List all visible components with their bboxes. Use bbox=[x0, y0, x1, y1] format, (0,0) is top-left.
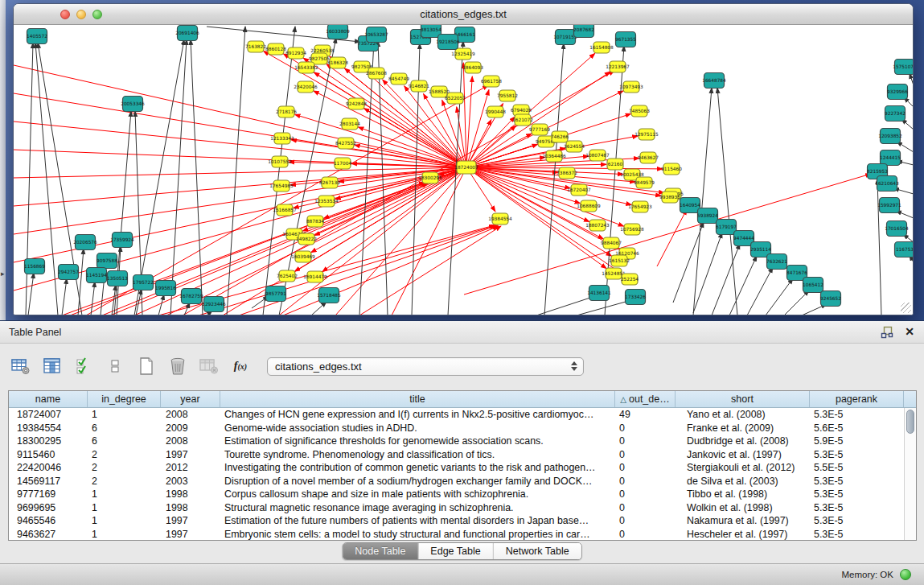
table-cell[interactable]: 1997 bbox=[161, 528, 220, 542]
graph-node-yellow[interactable]: 10807487 bbox=[585, 150, 610, 161]
graph-node-teal[interactable]: 2942757 bbox=[58, 265, 79, 280]
column-header-title[interactable]: title bbox=[220, 391, 615, 407]
graph-node-yellow[interactable]: 16720407 bbox=[567, 184, 591, 196]
table-cell[interactable]: 0 bbox=[615, 528, 676, 542]
graph-node-teal[interactable]: 7632621 bbox=[766, 254, 787, 270]
table-cell[interactable]: 5.3E-5 bbox=[810, 408, 904, 422]
table-cell[interactable]: Jankovic et al. (1997) bbox=[676, 448, 810, 462]
table-row[interactable]: 946362711997Embryonic stem cells: a mode… bbox=[9, 528, 916, 542]
graph-node-yellow[interactable]: 12213967 bbox=[606, 61, 630, 72]
graph-node-teal[interactable]: 16648784 bbox=[702, 73, 726, 89]
table-cell[interactable]: 5.9E-5 bbox=[810, 435, 904, 448]
graph-node-teal[interactable]: 20691406 bbox=[175, 26, 199, 41]
graph-node-teal[interactable]: 12923446 bbox=[202, 297, 226, 312]
table-cell[interactable]: 2008 bbox=[161, 435, 220, 448]
table-row[interactable]: 2242004622012Investigating the contribut… bbox=[9, 461, 916, 475]
graph-node-yellow[interactable]: 9849579 bbox=[634, 177, 655, 188]
graph-node-yellow[interactable]: 12975115 bbox=[634, 129, 659, 140]
column-header-in_degree[interactable]: in_degree bbox=[88, 391, 161, 407]
network-window-titlebar[interactable]: citations_edges.txt bbox=[14, 4, 913, 25]
graph-node-teal[interactable]: 15992971 bbox=[877, 198, 901, 213]
table-cell[interactable]: 2012 bbox=[161, 461, 220, 475]
graph-node-yellow[interactable]: 117004 bbox=[334, 158, 351, 169]
table-cell[interactable]: 2009 bbox=[161, 422, 220, 435]
graph-node-yellow[interactable]: 7485063 bbox=[629, 105, 650, 117]
table-cell[interactable]: 5.3E-5 bbox=[810, 475, 904, 488]
graph-node-yellow[interactable]: 8860128 bbox=[265, 43, 286, 55]
graph-node-yellow[interactable]: 9115460 bbox=[661, 163, 682, 175]
table-cell[interactable]: 1998 bbox=[161, 501, 220, 515]
graph-node-yellow[interactable]: 62160 bbox=[607, 159, 623, 170]
table-row[interactable]: 946554611997Estimation of the future num… bbox=[9, 514, 916, 528]
graph-node-yellow[interactable]: 9146821 bbox=[409, 80, 429, 92]
table-cell[interactable]: 19384554 bbox=[9, 422, 88, 435]
graph-node-yellow[interactable]: 7386372 bbox=[556, 167, 577, 179]
table-cell[interactable]: 0 bbox=[615, 422, 676, 435]
graph-node-teal[interactable]: 9097588 bbox=[97, 253, 117, 269]
graph-node-teal[interactable]: 2087682 bbox=[573, 25, 594, 38]
table-cell[interactable]: 5.3E-5 bbox=[810, 528, 904, 542]
table-cell[interactable]: 9115460 bbox=[9, 448, 88, 462]
graph-node-teal[interactable]: 1145194 bbox=[86, 268, 107, 283]
table-cell[interactable]: 0 bbox=[615, 461, 676, 475]
graph-node-yellow[interactable]: 8454749 bbox=[388, 73, 409, 84]
graph-node-yellow[interactable]: 9463627 bbox=[638, 152, 659, 163]
graph-node-teal[interactable]: 5938924 bbox=[697, 208, 718, 224]
table-cell[interactable]: 1 bbox=[88, 408, 161, 422]
graph-node-yellow[interactable]: 252254 bbox=[621, 274, 639, 285]
graph-node-yellow[interactable]: 8186328 bbox=[327, 57, 348, 68]
table-cell[interactable]: 0 bbox=[615, 514, 676, 528]
graph-node-yellow[interactable]: 2867608 bbox=[366, 68, 387, 79]
graph-node-teal[interactable]: 1733426 bbox=[625, 290, 646, 305]
graph-node-yellow[interactable]: 7163822 bbox=[245, 41, 266, 52]
table-cell[interactable]: de Silva et al. (2003) bbox=[676, 475, 810, 488]
table-cell[interactable]: Estimation of the future numbers of pati… bbox=[220, 514, 615, 528]
graph-node-yellow[interactable]: 1615132 bbox=[609, 255, 630, 266]
graph-node-teal[interactable]: 1995816 bbox=[155, 281, 176, 296]
table-cell[interactable]: 2003 bbox=[161, 475, 220, 488]
graph-node-yellow[interactable]: 9777169 bbox=[529, 124, 550, 135]
graph-node-teal[interactable]: 1156869 bbox=[24, 259, 45, 274]
table-cell[interactable]: Disruption of a novel member of a sodium… bbox=[220, 475, 615, 488]
table-cell[interactable]: Hescheler et al. (1997) bbox=[676, 528, 810, 542]
table-row[interactable]: 1830029562008Estimation of significance … bbox=[9, 435, 916, 448]
graph-node-yellow[interactable]: 16914479 bbox=[303, 271, 327, 282]
rows-icon[interactable] bbox=[105, 356, 125, 376]
graph-node-teal[interactable]: 1405572 bbox=[27, 29, 47, 44]
graph-node-yellow[interactable]: 8427552 bbox=[335, 138, 356, 149]
table-scrollbar[interactable] bbox=[904, 408, 916, 540]
graph-node-yellow[interactable]: 17654985 bbox=[269, 180, 294, 192]
graph-node-yellow[interactable]: 9884067 bbox=[601, 237, 622, 249]
table-selector-dropdown[interactable]: citations_edges.txt bbox=[267, 357, 584, 376]
table-cell[interactable]: Structural magnetic resonance image aver… bbox=[220, 501, 615, 515]
graph-node-teal[interactable]: 1244415 bbox=[880, 150, 901, 166]
graph-node-yellow[interactable]: 8267130 bbox=[319, 177, 340, 188]
graph-node-teal[interactable]: 15718485 bbox=[317, 288, 341, 303]
graph-node-yellow[interactable]: 746266 bbox=[551, 131, 569, 142]
table-cell[interactable]: 1 bbox=[88, 488, 161, 501]
table-cell[interactable]: 9463627 bbox=[9, 528, 88, 542]
graph-node-yellow[interactable]: 887834 bbox=[306, 216, 324, 227]
table-cell[interactable]: 5.3E-5 bbox=[810, 448, 904, 462]
table-cell[interactable]: Stergiakouli et al. (2012) bbox=[676, 461, 810, 475]
graph-node-yellow[interactable]: 6961758 bbox=[481, 76, 502, 87]
graph-node-yellow[interactable]: 9242848 bbox=[346, 98, 367, 109]
new-table-icon[interactable] bbox=[137, 356, 156, 376]
graph-node-yellow[interactable]: 19384554 bbox=[488, 213, 512, 225]
table-row[interactable]: 977716911998Corpus callosum shape and si… bbox=[9, 488, 916, 501]
graph-node-yellow[interactable]: 12353534 bbox=[314, 196, 339, 207]
table-cell[interactable]: 5.3E-5 bbox=[810, 488, 904, 501]
graph-node-teal[interactable]: 10653287 bbox=[364, 27, 388, 43]
table-cell[interactable]: Genome-wide association studies in ADHD. bbox=[220, 422, 615, 435]
table-cell[interactable]: 0 bbox=[615, 435, 676, 448]
column-header-name[interactable]: name bbox=[9, 391, 88, 407]
table-row[interactable]: 911546021997Tourette syndrome. Phenomeno… bbox=[9, 448, 916, 462]
table-cell[interactable]: Corpus callosum shape and size in male p… bbox=[220, 488, 615, 501]
graph-node-yellow[interactable]: 7625402 bbox=[277, 270, 298, 282]
graph-node-teal[interactable]: 19218506 bbox=[436, 35, 460, 50]
graph-node-teal[interactable]: 17359924 bbox=[110, 233, 134, 248]
tab-node-table[interactable]: Node Table bbox=[343, 543, 418, 559]
table-cell[interactable]: 6 bbox=[88, 435, 161, 448]
table-cell[interactable]: 18300295 bbox=[9, 435, 88, 448]
table-cell[interactable]: 9465546 bbox=[9, 514, 88, 528]
